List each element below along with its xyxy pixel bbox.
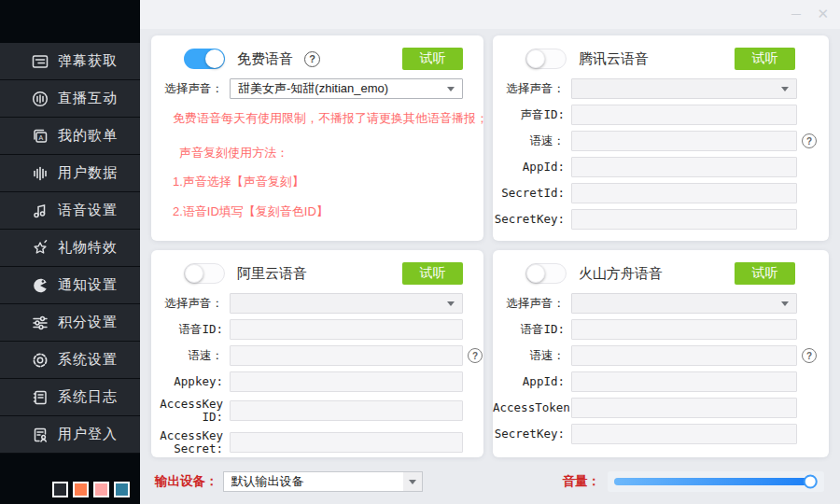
aliyun-voice-toggle[interactable] [184, 263, 225, 284]
tencent-appid-input[interactable] [571, 157, 797, 177]
gear-icon [31, 351, 49, 370]
sidebar-item-label: 我的歌单 [58, 127, 118, 145]
sidebar-item-label: 通知设置 [58, 276, 118, 294]
panel-aliyun-voice: 阿里云语音 试听 选择声音： 语音ID: 语速： ? [151, 250, 483, 457]
main-area: ─ ✕ 免费语音 ? 试听 选择声音： 甜美女声-知甜(zhitian_emo) [140, 0, 840, 504]
content: 免费语音 ? 试听 选择声音： 甜美女声-知甜(zhitian_emo) 免费语… [140, 29, 840, 504]
field-label: 选择声音： [493, 297, 571, 310]
tencent-voice-select[interactable] [571, 78, 797, 99]
minimize-button[interactable]: ─ [791, 7, 801, 21]
sidebar-item-voice-settings[interactable]: 语音设置 [0, 192, 140, 230]
volcano-appid-input[interactable] [571, 371, 797, 392]
volume-label: 音量： [563, 473, 601, 490]
panel-volcano-voice: 火山方舟语音 试听 选择声音： 语音ID: 语速： [493, 250, 829, 457]
sidebar-menu: 弹幕获取 直播互动 A 我的歌单 用户数据 语音设置 礼物特效 [0, 43, 140, 454]
sidebar-item-user-data[interactable]: 用户数据 [0, 155, 140, 192]
sidebar-item-gift-effects[interactable]: 礼物特效 [0, 230, 140, 267]
theme-swatch-teal[interactable] [114, 482, 130, 497]
chevron-down-icon [447, 87, 455, 91]
theme-swatch-orange[interactable] [73, 482, 89, 497]
tencent-speed-input[interactable] [571, 131, 797, 151]
field-label: SecretId: [493, 187, 571, 200]
volcano-secretkey-input[interactable] [571, 424, 797, 444]
output-device-select[interactable]: 默认输出设备 [223, 471, 423, 492]
free-voice-toggle[interactable] [184, 49, 225, 69]
titlebar: ─ ✕ [140, 0, 840, 29]
sidebar-item-user-login[interactable]: 用户登入 [0, 416, 140, 454]
tencent-preview-button[interactable]: 试听 [735, 48, 795, 70]
aliyun-preview-button[interactable]: 试听 [402, 262, 463, 285]
gift-effects-icon [31, 239, 49, 258]
sidebar-item-label: 系统设置 [58, 351, 118, 369]
volcano-voice-id-input[interactable] [571, 319, 797, 340]
field-label: 选择声音： [493, 82, 571, 95]
danmaku-icon [31, 52, 49, 71]
theme-swatch-dark[interactable] [52, 482, 68, 497]
sidebar-item-my-playlist[interactable]: A 我的歌单 [0, 118, 140, 155]
sidebar-item-label: 用户数据 [58, 164, 118, 182]
tencent-voice-toggle[interactable] [525, 49, 567, 69]
field-label: 语速： [151, 349, 230, 362]
aliyun-voice-id-input[interactable] [230, 319, 463, 340]
volcano-voice-toggle[interactable] [525, 263, 567, 284]
volume-slider-track[interactable] [614, 478, 818, 485]
volcano-voice-select[interactable] [571, 293, 797, 314]
field-label: 语音ID: [493, 323, 571, 336]
field-label: 语音ID: [151, 323, 230, 336]
field-label: 语速： [493, 134, 571, 147]
panel-tencent-voice: 腾讯云语音 试听 选择声音： 声音ID: 语速： ? [493, 35, 829, 241]
live-interact-icon [31, 90, 49, 108]
sidebar-item-live-interact[interactable]: 直播互动 [0, 80, 140, 118]
chevron-down-icon [403, 472, 422, 491]
free-preview-button[interactable]: 试听 [402, 48, 463, 70]
voice-clone-step-1: 1.声音选择【声音复刻】 [173, 174, 483, 190]
field-label: 选择声音： [151, 297, 230, 310]
field-label: SecretKey: [493, 427, 571, 441]
aliyun-accesskey-secret-input[interactable] [230, 432, 463, 453]
theme-swatch-pink[interactable] [93, 482, 109, 497]
notify-settings-icon [31, 276, 49, 295]
sidebar-item-label: 礼物特效 [58, 239, 118, 257]
field-label: AccessToken: [493, 401, 571, 414]
tencent-secretid-input[interactable] [571, 183, 797, 203]
aliyun-appkey-input[interactable] [230, 371, 463, 392]
aliyun-accesskey-id-input[interactable] [230, 400, 463, 421]
volcano-speed-input[interactable] [571, 345, 797, 366]
chevron-down-icon [781, 301, 789, 306]
aliyun-speed-input[interactable] [230, 345, 463, 366]
aliyun-voice-select[interactable] [230, 293, 463, 314]
volume-slider-handle[interactable] [804, 475, 818, 489]
panel-title: 阿里云语音 [237, 265, 307, 283]
output-device-label: 输出设备： [155, 473, 218, 490]
sidebar-item-points-settings[interactable]: 积分设置 [0, 304, 140, 342]
sidebar-item-label: 用户登入 [58, 426, 118, 443]
help-icon[interactable]: ? [304, 51, 320, 67]
voice-clone-step-2: 2.语音ID填写【复刻音色ID】 [173, 203, 483, 220]
field-label: SecretKey: [493, 213, 571, 226]
panel-free-voice: 免费语音 ? 试听 选择声音： 甜美女声-知甜(zhitian_emo) 免费语… [151, 35, 483, 241]
sidebar-item-label: 弹幕获取 [58, 52, 118, 70]
field-label: AppId: [493, 161, 571, 174]
user-data-icon [31, 164, 49, 183]
sidebar-item-notify-settings[interactable]: 通知设置 [0, 267, 140, 304]
sidebar-item-label: 语音设置 [58, 202, 118, 219]
free-voice-limit-note: 免费语音每天有使用限制，不播报了请更换其他语音播报； [173, 110, 474, 127]
output-device-value: 默认输出设备 [231, 473, 304, 490]
tencent-secretkey-input[interactable] [571, 209, 797, 230]
field-label: 语速： [493, 349, 571, 362]
theme-swatches [52, 482, 130, 497]
system-log-icon [31, 388, 49, 407]
help-icon[interactable]: ? [802, 348, 817, 363]
sidebar-item-system-settings[interactable]: 系统设置 [0, 342, 140, 379]
volcano-preview-button[interactable]: 试听 [735, 262, 795, 285]
field-label: AppId: [493, 375, 571, 388]
free-voice-select[interactable]: 甜美女声-知甜(zhitian_emo) [230, 78, 463, 99]
tencent-voice-id-input[interactable] [571, 105, 797, 125]
help-icon[interactable]: ? [802, 133, 817, 148]
volcano-accesstoken-input[interactable] [571, 398, 797, 418]
field-label: Appkey: [151, 375, 230, 388]
sidebar-item-system-log[interactable]: 系统日志 [0, 379, 140, 416]
help-icon[interactable]: ? [468, 348, 483, 363]
sidebar-item-danmaku[interactable]: 弹幕获取 [0, 43, 140, 80]
close-button[interactable]: ✕ [817, 7, 829, 21]
